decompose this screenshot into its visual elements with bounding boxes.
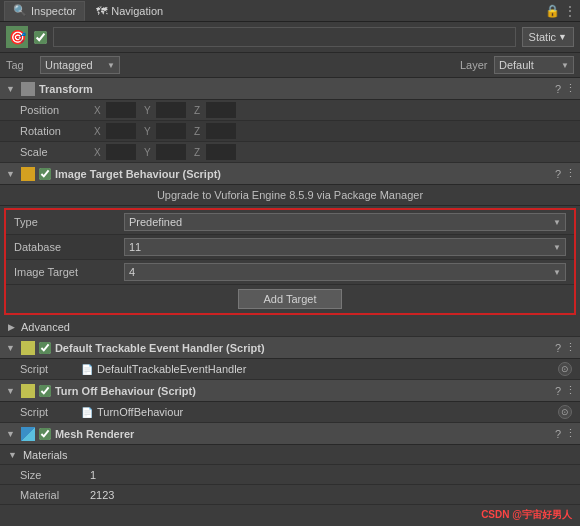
tab-inspector[interactable]: 🔍 Inspector bbox=[4, 1, 85, 21]
position-z[interactable]: 0 bbox=[206, 102, 236, 118]
scale-row: Scale X 1 Y 1 Z 1 bbox=[0, 142, 580, 163]
turn-off-circle-btn[interactable]: ⊙ bbox=[558, 405, 572, 419]
position-xyz: X 0 Y 0 Z 0 bbox=[94, 102, 572, 118]
lock-icon[interactable]: 🔒 bbox=[545, 4, 560, 18]
tag-dropdown-arrow: ▼ bbox=[107, 61, 115, 70]
default-trackable-script-label: Script bbox=[20, 363, 75, 375]
turn-off-help-icon[interactable]: ? bbox=[555, 385, 561, 397]
image-target-dropdown[interactable]: 4 ▼ bbox=[124, 263, 566, 281]
watermark: CSDN @宇宙好男人 bbox=[481, 508, 572, 522]
scale-label: Scale bbox=[20, 146, 90, 158]
image-target-section-header: ▼ Image Target Behaviour (Script) ? ⋮ bbox=[0, 163, 580, 185]
default-trackable-section-header: ▼ Default Trackable Event Handler (Scrip… bbox=[0, 337, 580, 359]
layer-dropdown-arrow: ▼ bbox=[561, 61, 569, 70]
materials-section-row: ▼ Materials bbox=[0, 445, 580, 465]
tag-dropdown[interactable]: Untagged ▼ bbox=[40, 56, 120, 74]
tag-layer-row: Tag Untagged ▼ Layer Default ▼ bbox=[0, 53, 580, 78]
advanced-row: ▶ Advanced bbox=[0, 317, 580, 337]
rotation-x[interactable]: 0 bbox=[106, 123, 136, 139]
database-dropdown-arrow: ▼ bbox=[553, 243, 561, 252]
rotation-z[interactable]: 0 bbox=[206, 123, 236, 139]
object-name-field[interactable]: ImageTarget bbox=[53, 27, 516, 47]
script-file-icon: 📄 bbox=[81, 364, 93, 375]
static-button[interactable]: Static ▼ bbox=[522, 27, 574, 47]
advanced-label: Advanced bbox=[21, 321, 70, 333]
static-dropdown-arrow: ▼ bbox=[558, 32, 567, 42]
navigation-icon: 🗺 bbox=[96, 5, 107, 17]
default-trackable-fold-icon[interactable]: ▼ bbox=[4, 341, 17, 355]
rotation-xyz: X 0 Y 0 Z 0 bbox=[94, 123, 572, 139]
transform-help-icon[interactable]: ? bbox=[555, 83, 561, 95]
turn-off-menu-icon[interactable]: ⋮ bbox=[565, 384, 576, 397]
default-trackable-circle-btn[interactable]: ⊙ bbox=[558, 362, 572, 376]
rotation-row: Rotation X 0 Y 0 Z 0 bbox=[0, 121, 580, 142]
materials-fold-icon[interactable]: ▼ bbox=[6, 448, 19, 462]
image-target-fold-icon[interactable]: ▼ bbox=[4, 167, 17, 181]
add-target-row: Add Target bbox=[6, 285, 574, 313]
default-trackable-icon bbox=[21, 341, 35, 355]
default-trackable-help-icon[interactable]: ? bbox=[555, 342, 561, 354]
material-index: 2123 bbox=[90, 489, 114, 501]
mesh-renderer-icon bbox=[21, 427, 35, 441]
transform-section-header: ▼ Transform ? ⋮ bbox=[0, 78, 580, 100]
turn-off-script-label: Script bbox=[20, 406, 75, 418]
transform-fold-icon[interactable]: ▼ bbox=[4, 82, 17, 96]
image-target-enabled-checkbox[interactable] bbox=[39, 168, 51, 180]
database-label: Database bbox=[14, 241, 124, 253]
navigation-tab-label: Navigation bbox=[111, 5, 163, 17]
position-x[interactable]: 0 bbox=[106, 102, 136, 118]
mesh-renderer-section-header: ▼ Mesh Renderer ? ⋮ bbox=[0, 423, 580, 445]
image-target-row: Image Target 4 ▼ bbox=[6, 260, 574, 285]
turn-off-fold-icon[interactable]: ▼ bbox=[4, 384, 17, 398]
database-row: Database 11 ▼ bbox=[6, 235, 574, 260]
turn-off-title: Turn Off Behaviour (Script) bbox=[55, 385, 551, 397]
turn-off-script-row: Script 📄 TurnOffBehaviour ⊙ bbox=[0, 402, 580, 423]
inspector-icon: 🔍 bbox=[13, 4, 27, 17]
mesh-renderer-title: Mesh Renderer bbox=[55, 428, 551, 440]
default-trackable-menu-icon[interactable]: ⋮ bbox=[565, 341, 576, 354]
database-dropdown[interactable]: 11 ▼ bbox=[124, 238, 566, 256]
size-label: Size bbox=[20, 469, 90, 481]
tab-navigation[interactable]: 🗺 Navigation bbox=[87, 1, 172, 21]
position-label: Position bbox=[20, 104, 90, 116]
advanced-fold-icon[interactable]: ▶ bbox=[6, 320, 17, 334]
layer-label: Layer bbox=[460, 59, 488, 71]
default-trackable-enabled-checkbox[interactable] bbox=[39, 342, 51, 354]
transform-title: Transform bbox=[39, 83, 551, 95]
material-label: Material bbox=[20, 489, 90, 501]
object-active-checkbox[interactable] bbox=[34, 31, 47, 44]
position-y[interactable]: 0 bbox=[156, 102, 186, 118]
scale-z[interactable]: 1 bbox=[206, 144, 236, 160]
scale-x[interactable]: 1 bbox=[106, 144, 136, 160]
turn-off-section-header: ▼ Turn Off Behaviour (Script) ? ⋮ bbox=[0, 380, 580, 402]
turn-off-file-icon: 📄 bbox=[81, 407, 93, 418]
image-target-help-icon[interactable]: ? bbox=[555, 168, 561, 180]
type-dropdown[interactable]: Predefined ▼ bbox=[124, 213, 566, 231]
position-row: Position X 0 Y 0 Z 0 bbox=[0, 100, 580, 121]
turn-off-icon bbox=[21, 384, 35, 398]
tag-label: Tag bbox=[6, 59, 34, 71]
red-bordered-area: Type Predefined ▼ Database 11 ▼ Image Ta… bbox=[4, 208, 576, 315]
scale-xyz: X 1 Y 1 Z 1 bbox=[94, 144, 572, 160]
turn-off-script-value: 📄 TurnOffBehaviour bbox=[81, 406, 183, 418]
image-target-menu-icon[interactable]: ⋮ bbox=[565, 167, 576, 180]
upgrade-banner: Upgrade to Vuforia Engine 8.5.9 via Pack… bbox=[0, 185, 580, 206]
materials-label: Materials bbox=[23, 449, 68, 461]
transform-menu-icon[interactable]: ⋮ bbox=[565, 82, 576, 95]
turn-off-enabled-checkbox[interactable] bbox=[39, 385, 51, 397]
mesh-renderer-fold-icon[interactable]: ▼ bbox=[4, 427, 17, 441]
layer-dropdown[interactable]: Default ▼ bbox=[494, 56, 574, 74]
default-trackable-title: Default Trackable Event Handler (Script) bbox=[55, 342, 551, 354]
add-target-button[interactable]: Add Target bbox=[238, 289, 341, 309]
inspector-tab-label: Inspector bbox=[31, 5, 76, 17]
image-target-title: Image Target Behaviour (Script) bbox=[55, 168, 551, 180]
transform-icon bbox=[21, 82, 35, 96]
size-value: 1 bbox=[90, 469, 96, 481]
scale-y[interactable]: 1 bbox=[156, 144, 186, 160]
mesh-renderer-help-icon[interactable]: ? bbox=[555, 428, 561, 440]
rotation-y[interactable]: 0 bbox=[156, 123, 186, 139]
default-trackable-script-value: 📄 DefaultTrackableEventHandler bbox=[81, 363, 246, 375]
menu-dots-icon[interactable]: ⋮ bbox=[564, 4, 576, 18]
mesh-renderer-menu-icon[interactable]: ⋮ bbox=[565, 427, 576, 440]
mesh-renderer-enabled-checkbox[interactable] bbox=[39, 428, 51, 440]
